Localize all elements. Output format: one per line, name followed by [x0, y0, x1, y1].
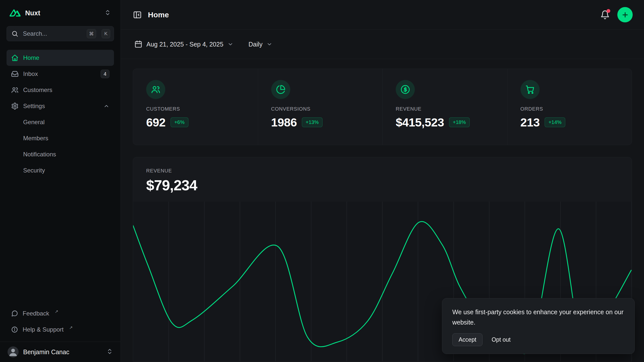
cookie-message: We use first-party cookies to enhance yo… [452, 307, 624, 327]
chevron-up-down-icon [104, 9, 111, 17]
sidebar-item-help-support[interactable]: Help & Support ↗ [7, 322, 114, 338]
external-link-icon: ↗ [55, 309, 58, 314]
inbox-count-badge: 4 [101, 70, 109, 78]
external-link-icon: ↗ [69, 325, 73, 330]
stat-value: 692 [146, 115, 166, 129]
stat-value: $415,523 [396, 115, 444, 129]
workspace-selector[interactable]: Nuxt [7, 7, 114, 20]
sidebar-item-customers[interactable]: Customers [7, 82, 114, 98]
sidebar-item-home[interactable]: Home [7, 50, 114, 66]
cookie-banner: We use first-party cookies to enhance yo… [442, 298, 635, 354]
stat-delta-badge: +6% [171, 117, 188, 127]
chevron-down-icon [266, 41, 272, 47]
panel-left-icon [133, 10, 142, 19]
sidebar-item-label: Home [23, 54, 39, 61]
stat-orders: ORDERS 213 +14% [507, 69, 632, 145]
footer-link-label: Help & Support [23, 326, 64, 333]
info-circle-icon [11, 326, 18, 333]
chat-bubble-icon [11, 310, 18, 317]
notifications-button[interactable] [600, 10, 610, 20]
dollar-circle-icon [396, 80, 415, 99]
add-button[interactable] [617, 7, 633, 22]
stat-customers: CUSTOMERS 692 +6% [133, 69, 258, 145]
pie-chart-icon [271, 80, 290, 99]
footer-link-label: Feedback [23, 310, 49, 317]
workspace-name: Nuxt [25, 9, 100, 17]
stat-label: ORDERS [520, 106, 632, 112]
home-icon [11, 54, 19, 62]
sidebar-item-notifications[interactable]: Notifications [7, 146, 114, 162]
sidebar-item-label: Settings [23, 103, 45, 110]
date-range-picker[interactable]: Aug 21, 2025 - Sep 4, 2025 [133, 40, 235, 49]
inbox-icon [11, 70, 19, 78]
chevron-down-icon [227, 41, 233, 47]
stat-conversions: CONVERSIONS 1986 +13% [258, 69, 383, 145]
stat-delta-badge: +13% [302, 117, 323, 127]
stat-delta-badge: +18% [449, 117, 470, 127]
stat-label: CUSTOMERS [146, 106, 258, 112]
sidebar-item-members[interactable]: Members [7, 130, 114, 146]
granularity-label: Daily [249, 41, 263, 48]
kbd-cmd: ⌘ [87, 29, 96, 38]
stat-label: REVENUE [396, 106, 507, 112]
granularity-picker[interactable]: Daily [247, 40, 274, 48]
filters-toolbar: Aug 21, 2025 - Sep 4, 2025 Daily [121, 30, 644, 59]
sidebar-item-feedback[interactable]: Feedback ↗ [7, 305, 114, 322]
stat-label: CONVERSIONS [271, 106, 383, 112]
sidebar-footer-links: Feedback ↗ Help & Support ↗ [7, 305, 114, 342]
sidebar: Nuxt ⌘ K Home [0, 0, 121, 362]
sidebar-nav: Home Inbox 4 Customers [7, 50, 114, 178]
stat-value: 213 [520, 115, 540, 129]
kbd-k: K [102, 29, 110, 38]
sidebar-item-general[interactable]: General [7, 114, 114, 130]
sub-item-label: General [23, 119, 45, 126]
sub-item-label: Members [23, 135, 48, 142]
search-input[interactable] [22, 30, 81, 37]
search-icon [11, 30, 18, 37]
nuxt-logo-icon [10, 9, 21, 17]
gear-icon [11, 102, 19, 110]
sidebar-item-settings[interactable]: Settings [7, 98, 114, 114]
user-name: Benjamin Canac [23, 348, 102, 356]
collapse-sidebar-button[interactable] [133, 10, 142, 19]
sidebar-spacer [7, 178, 114, 305]
sidebar-item-label: Customers [23, 86, 52, 94]
users-icon [11, 86, 19, 94]
page-title: Home [148, 11, 169, 19]
sidebar-item-inbox[interactable]: Inbox 4 [7, 66, 114, 82]
revenue-chart-label: REVENUE [146, 168, 632, 174]
chevron-up-icon [103, 103, 109, 109]
avatar [8, 346, 19, 357]
page-header: Home [121, 0, 644, 30]
chevron-up-down-icon [106, 348, 113, 356]
stat-delta-badge: +14% [545, 117, 565, 127]
user-menu[interactable]: Benjamin Canac [0, 342, 120, 362]
sub-item-label: Notifications [23, 151, 56, 158]
calendar-icon [134, 40, 142, 48]
sidebar-item-security[interactable]: Security [7, 162, 114, 178]
users-icon [146, 80, 165, 99]
notification-dot [607, 9, 610, 13]
stats-card: CUSTOMERS 692 +6% CONVERSIONS 1986 +13% [133, 69, 632, 145]
cookie-optout-button[interactable]: Opt out [492, 336, 510, 343]
stat-value: 1986 [271, 115, 297, 129]
plus-icon [621, 11, 629, 19]
date-range-label: Aug 21, 2025 - Sep 4, 2025 [146, 41, 223, 48]
sub-item-label: Security [23, 167, 45, 174]
search-box[interactable]: ⌘ K [7, 26, 114, 41]
shopping-cart-icon [520, 80, 540, 99]
stat-revenue: REVENUE $415,523 +18% [382, 69, 507, 145]
revenue-chart-value: $79,234 [146, 177, 632, 194]
cookie-accept-button[interactable]: Accept [452, 333, 482, 346]
sidebar-item-label: Inbox [23, 70, 38, 77]
